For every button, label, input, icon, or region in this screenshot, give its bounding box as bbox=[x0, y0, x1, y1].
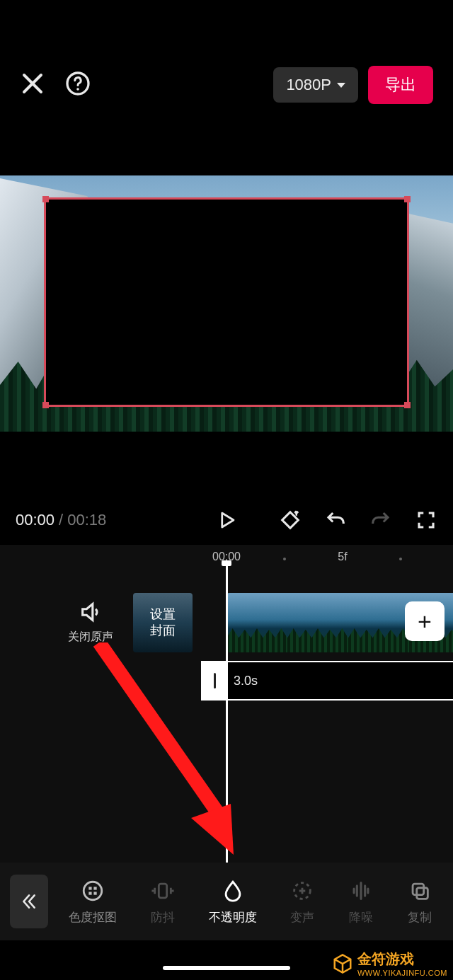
copy-icon bbox=[407, 878, 432, 904]
svg-point-4 bbox=[84, 882, 103, 900]
redo-icon[interactable] bbox=[369, 509, 392, 531]
tool-chroma-key[interactable]: 色度抠图 bbox=[69, 878, 117, 926]
tool-stabilize[interactable]: 防抖 bbox=[150, 878, 176, 926]
tool-denoise[interactable]: 降噪 bbox=[348, 878, 374, 926]
toolbar-back-button[interactable] bbox=[10, 875, 48, 928]
resolution-dropdown[interactable]: 1080P bbox=[273, 67, 358, 103]
svg-point-1 bbox=[76, 88, 79, 91]
close-icon[interactable] bbox=[20, 71, 45, 99]
timeline-panel[interactable]: 00:00 5f 关闭原声 设置 封面 + 3.0s bbox=[0, 545, 453, 870]
add-clip-button[interactable]: + bbox=[405, 601, 445, 641]
ruler-tick-5f: 5f bbox=[338, 550, 347, 563]
resolution-label: 1080P bbox=[286, 76, 331, 94]
tool-voice-fx[interactable]: 变声 bbox=[289, 878, 315, 926]
fullscreen-icon[interactable] bbox=[415, 509, 437, 531]
svg-rect-8 bbox=[94, 892, 97, 894]
clip-trim-handle[interactable] bbox=[202, 662, 226, 699]
svg-rect-11 bbox=[413, 884, 424, 895]
tool-copy[interactable]: 复制 bbox=[407, 878, 432, 926]
svg-rect-7 bbox=[89, 892, 92, 894]
secondary-clip-duration: 3.0s bbox=[234, 674, 258, 688]
mute-original-audio-button[interactable]: 关闭原声 bbox=[68, 600, 113, 645]
svg-rect-6 bbox=[94, 887, 97, 889]
total-duration: 00:18 bbox=[67, 511, 106, 529]
watermark: 金符游戏 WWW.YIKAJINFU.COM bbox=[332, 950, 447, 977]
svg-rect-5 bbox=[89, 887, 92, 889]
chroma-key-icon bbox=[80, 878, 105, 904]
secondary-clip[interactable]: 3.0s bbox=[201, 661, 453, 701]
stabilize-icon bbox=[150, 878, 176, 904]
selection-rectangle[interactable] bbox=[44, 197, 409, 407]
tool-opacity[interactable]: 不透明度 bbox=[209, 878, 257, 926]
preview-canvas[interactable] bbox=[0, 175, 453, 432]
timecode: 00:00/00:18 bbox=[16, 511, 106, 529]
play-icon[interactable] bbox=[215, 509, 238, 531]
caret-down-icon bbox=[337, 83, 345, 88]
undo-icon[interactable] bbox=[324, 509, 347, 531]
current-time: 00:00 bbox=[16, 511, 55, 529]
tool-bar: 色度抠图 防抖 不透明度 变声 降噪 bbox=[0, 863, 453, 940]
export-button[interactable]: 导出 bbox=[368, 66, 433, 104]
voice-fx-icon bbox=[289, 878, 315, 904]
home-indicator[interactable] bbox=[163, 966, 290, 970]
svg-rect-12 bbox=[416, 887, 428, 899]
svg-rect-9 bbox=[159, 884, 166, 898]
help-icon[interactable] bbox=[65, 71, 91, 99]
opacity-icon bbox=[220, 878, 246, 904]
playhead[interactable] bbox=[226, 565, 228, 870]
playback-bar: 00:00/00:18 bbox=[0, 501, 453, 539]
denoise-icon bbox=[348, 878, 374, 904]
top-bar: 1080P 导出 bbox=[0, 65, 453, 105]
set-cover-button[interactable]: 设置 封面 bbox=[133, 593, 193, 652]
keyframe-icon[interactable] bbox=[279, 509, 302, 531]
